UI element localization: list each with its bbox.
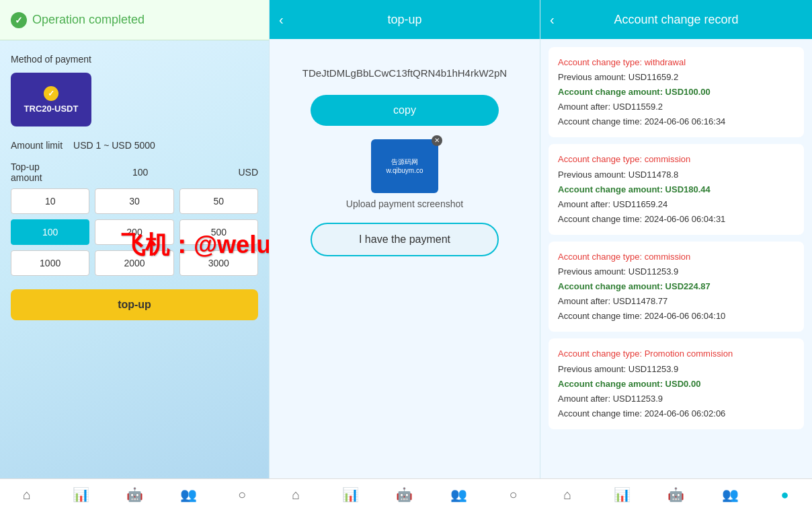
record-change-2: Account change amount: USD180.44: [558, 182, 795, 197]
upload-area[interactable]: ✕ 告源码网w.qibuym.co: [371, 139, 438, 193]
panel2-header: ‹ top-up: [270, 0, 540, 39]
amount-limit-value: USD 1 ~ USD 5000: [73, 140, 155, 151]
preset-grid: 10 30 50 100 200 500 1000 2000 3000: [11, 188, 258, 276]
records-list: Account change type: withdrawal Previous…: [540, 39, 812, 478]
nav-robot-3[interactable]: 🤖: [667, 486, 685, 503]
record-after-1: Amount after: USD11559.2: [558, 100, 795, 114]
upload-area-text: 告源码网w.qibuym.co: [383, 155, 425, 177]
nav-profile-3[interactable]: ●: [776, 486, 794, 503]
record-type-1: Account change type: withdrawal: [558, 55, 795, 70]
nav-users-1[interactable]: 👥: [179, 486, 197, 503]
nav-chart-3[interactable]: 📊: [613, 486, 631, 503]
nav-home-3[interactable]: ⌂: [559, 486, 576, 503]
record-card-1: Account change type: withdrawal Previous…: [549, 47, 804, 137]
record-type-2: Account change type: commission: [558, 152, 795, 167]
upload-label: Upload payment screenshot: [346, 198, 463, 209]
preset-3000[interactable]: 3000: [179, 250, 258, 276]
nav-home-2[interactable]: ⌂: [287, 486, 304, 503]
nav-robot-2[interactable]: 🤖: [396, 486, 413, 503]
preset-100[interactable]: 100: [11, 219, 89, 245]
record-card-4: Account change type: Promotion commissio…: [549, 338, 804, 429]
topup-sub-label: amount: [11, 172, 42, 183]
record-card-3: Account change type: commission Previous…: [549, 242, 804, 332]
preset-30[interactable]: 30: [95, 188, 173, 214]
topup-value: 100: [132, 167, 148, 178]
bottom-nav-3: ⌂ 📊 🤖 👥 ●: [540, 478, 812, 510]
amount-limit-label: Amount limit: [11, 140, 63, 151]
preset-2000[interactable]: 2000: [95, 250, 173, 276]
record-change-4: Account change amount: USD0.00: [558, 377, 795, 392]
nav-profile-1[interactable]: ○: [233, 486, 251, 503]
preset-1000[interactable]: 1000: [11, 250, 89, 276]
preset-50[interactable]: 50: [179, 188, 258, 214]
record-time-1: Account change time: 2024-06-06 06:16:34: [558, 114, 795, 129]
record-after-3: Amount after: USD11478.77: [558, 294, 795, 309]
wallet-address: TDeJtDMLgBbLCwC13ftQRN4b1hH4rkW2pN: [296, 66, 514, 81]
record-time-3: Account change time: 2024-06-06 06:04:10: [558, 309, 795, 324]
record-after-4: Amount after: USD11253.9: [558, 392, 795, 406]
back-arrow-2[interactable]: ‹: [279, 12, 284, 28]
record-change-1: Account change amount: USD100.00: [558, 85, 795, 100]
bottom-nav-2: ⌂ 📊 🤖 👥 ○: [269, 478, 540, 510]
record-type-4: Account change type: Promotion commissio…: [558, 347, 795, 361]
nav-robot-1[interactable]: 🤖: [126, 486, 143, 503]
topup-submit-button[interactable]: top-up: [11, 289, 258, 320]
panel3-title: Account change record: [614, 13, 738, 27]
preset-10[interactable]: 10: [11, 188, 89, 214]
nav-chart-1[interactable]: 📊: [72, 486, 89, 503]
record-prev-3: Previous amount: USD11253.9: [558, 264, 795, 279]
nav-profile-2[interactable]: ○: [505, 486, 522, 503]
amount-limit-row: Amount limit USD 1 ~ USD 5000: [11, 140, 258, 151]
close-icon[interactable]: ✕: [432, 135, 442, 146]
back-arrow-3[interactable]: ‹: [550, 12, 555, 28]
nav-users-2[interactable]: 👥: [450, 486, 468, 503]
record-prev-1: Previous amount: USD11659.2: [558, 70, 795, 85]
topup-label: Top-up: [11, 161, 42, 172]
record-after-2: Amount after: USD11659.24: [558, 197, 795, 212]
nav-home-1[interactable]: ⌂: [18, 486, 36, 503]
copy-button[interactable]: copy: [311, 95, 499, 126]
success-text: Operation completed: [32, 13, 145, 27]
success-icon: [11, 12, 27, 28]
success-banner: Operation completed: [0, 0, 269, 40]
record-prev-4: Previous amount: USD11253.9: [558, 362, 795, 377]
record-time-2: Account change time: 2024-06-06 06:04:31: [558, 212, 795, 227]
topup-unit: USD: [238, 167, 258, 178]
trc20-checkmark-icon: ✓: [44, 86, 58, 101]
preset-500[interactable]: 500: [179, 219, 258, 245]
record-change-3: Account change amount: USD224.87: [558, 279, 795, 294]
method-label: Method of payment: [11, 54, 258, 65]
preset-200[interactable]: 200: [95, 219, 173, 245]
record-type-3: Account change type: commission: [558, 250, 795, 264]
record-prev-2: Previous amount: USD11478.8: [558, 168, 795, 182]
nav-chart-2[interactable]: 📊: [341, 486, 359, 503]
record-time-4: Account change time: 2024-06-06 06:02:06: [558, 406, 795, 421]
panel2-title: top-up: [387, 13, 421, 27]
bottom-nav-1: ⌂ 📊 🤖 👥 ○: [0, 478, 269, 510]
payment-confirm-button[interactable]: I have the payment: [311, 223, 499, 256]
trc20-label: TRC20-USDT: [24, 104, 79, 114]
trc20-card[interactable]: ✓ TRC20-USDT: [11, 73, 91, 126]
nav-users-3[interactable]: 👥: [722, 486, 739, 503]
record-card-2: Account change type: commission Previous…: [549, 144, 804, 234]
panel3-header: ‹ Account change record: [540, 0, 812, 39]
topup-amount-row: Top-up amount 100 USD: [11, 161, 258, 183]
